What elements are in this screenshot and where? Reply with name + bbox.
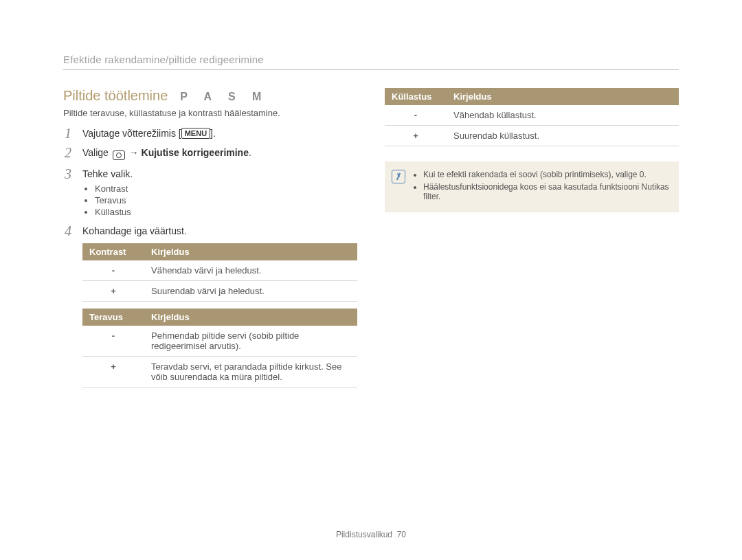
note-item: Kui te efekti rakendada ei soovi (sobib … xyxy=(423,170,669,179)
step-4: Kohandage iga väärtust. Kontrast Kirjeld… xyxy=(63,225,357,388)
th-teravus: Teravus xyxy=(82,309,144,326)
cell-desc: Vähendab värvi ja heledust. xyxy=(144,260,357,281)
table-row: + Suurendab küllastust. xyxy=(385,126,679,146)
step-2-arrow: → xyxy=(126,147,142,158)
note-icon xyxy=(392,170,405,183)
step-4-text: Kohandage iga väärtust. xyxy=(82,225,187,236)
cell-key: - xyxy=(385,105,447,126)
step-1-prefix: Vajutage võtterežiimis [ xyxy=(82,128,181,139)
note-box: Kui te efekti rakendada ei soovi (sobib … xyxy=(385,161,679,212)
table-row: - Vähendab küllastust. xyxy=(385,105,679,126)
table-row: + Teravdab servi, et parandada piltide k… xyxy=(82,357,357,388)
step-2-prefix: Valige xyxy=(82,147,111,158)
subtitle: Piltide teravuse, küllastatuse ja kontra… xyxy=(63,108,357,118)
step-1: Vajutage võtterežiimis [MENU]. xyxy=(63,128,357,139)
step-3-sublist: Kontrast Teravus Küllastus xyxy=(82,183,357,217)
table-row: - Pehmendab piltide servi (sobib piltide… xyxy=(82,326,357,357)
step-3-text: Tehke valik. xyxy=(82,168,133,179)
steps-list: Vajutage võtterežiimis [MENU]. Valige → … xyxy=(63,128,357,388)
cell-key: - xyxy=(82,260,144,281)
menu-key-icon: MENU xyxy=(181,128,210,139)
step-2-bold: Kujutise korrigeerimine xyxy=(142,147,249,158)
cell-desc: Teravdab servi, et parandada piltide kir… xyxy=(144,357,357,388)
table-row: + Suurendab värvi ja heledust. xyxy=(82,281,357,302)
step-1-suffix: ]. xyxy=(210,128,216,139)
cell-desc: Suurendab värvi ja heledust. xyxy=(144,281,357,302)
cell-desc: Vähendab küllastust. xyxy=(447,105,679,126)
title-text: Piltide töötlemine xyxy=(63,88,168,104)
content-columns: Piltide töötlemine P A S M Piltide terav… xyxy=(63,88,679,396)
table-teravus: Teravus Kirjeldus - Pehmendab piltide se… xyxy=(82,309,357,388)
step-3: Tehke valik. Kontrast Teravus Küllastus xyxy=(63,168,357,217)
th-kirjeldus: Kirjeldus xyxy=(144,309,357,326)
breadcrumb: Efektide rakendamine/piltide redigeerimi… xyxy=(63,54,679,70)
right-column: Küllastus Kirjeldus - Vähendab küllastus… xyxy=(385,88,679,396)
table-kontrast: Kontrast Kirjeldus - Vähendab värvi ja h… xyxy=(82,243,357,302)
cell-key: + xyxy=(82,357,144,388)
th-kontrast: Kontrast xyxy=(82,243,144,260)
th-kirjeldus: Kirjeldus xyxy=(447,88,679,105)
note-item: Häälestusfunktsioonidega koos ei saa kas… xyxy=(423,182,669,201)
left-column: Piltide töötlemine P A S M Piltide terav… xyxy=(63,88,357,396)
list-item: Teravus xyxy=(95,195,357,205)
page-footer: Pildistusvalikud 70 xyxy=(0,530,742,539)
note-list: Kui te efekti rakendada ei soovi (sobib … xyxy=(412,170,669,204)
camera-icon xyxy=(113,150,125,160)
page-title: Piltide töötlemine P A S M xyxy=(63,88,357,104)
cell-key: - xyxy=(82,326,144,357)
cell-key: + xyxy=(82,281,144,302)
th-kyllastus: Küllastus xyxy=(385,88,447,105)
step-2-suffix: . xyxy=(249,147,251,158)
cell-desc: Suurendab küllastust. xyxy=(447,126,679,146)
footer-section: Pildistusvalikud xyxy=(336,530,392,539)
mode-letters: P A S M xyxy=(180,91,268,103)
table-kyllastus: Küllastus Kirjeldus - Vähendab küllastus… xyxy=(385,88,679,146)
cell-desc: Pehmendab piltide servi (sobib piltide r… xyxy=(144,326,357,357)
cell-key: + xyxy=(385,126,447,146)
footer-page-number: 70 xyxy=(397,530,406,539)
th-kirjeldus: Kirjeldus xyxy=(144,243,357,260)
table-row: - Vähendab värvi ja heledust. xyxy=(82,260,357,281)
list-item: Kontrast xyxy=(95,183,357,194)
step-2: Valige → Kujutise korrigeerimine. xyxy=(63,147,357,160)
list-item: Küllastus xyxy=(95,207,357,217)
